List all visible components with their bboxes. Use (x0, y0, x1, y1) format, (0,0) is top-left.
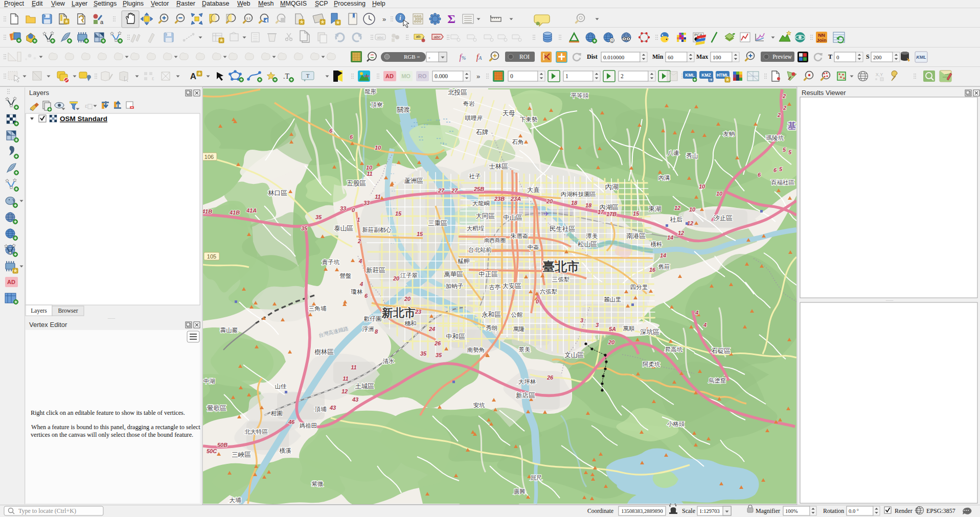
svg-text:社后: 社后 (670, 216, 683, 223)
svg-text:0.010000: 0.010000 (603, 54, 625, 60)
svg-text:26: 26 (546, 374, 554, 381)
svg-text:KMZ: KMZ (701, 73, 711, 78)
svg-text:Settings: Settings (94, 0, 117, 7)
svg-text:奇岩: 奇岩 (463, 101, 475, 107)
svg-text:KML: KML (685, 73, 694, 78)
svg-text:0.000: 0.000 (435, 73, 448, 79)
svg-text:大同區: 大同區 (475, 213, 495, 220)
svg-text:20: 20 (393, 275, 400, 281)
svg-text:2: 2 (782, 93, 786, 99)
svg-text:八連: 八連 (668, 150, 679, 156)
svg-text:安坑: 安坑 (473, 402, 486, 408)
svg-text:11: 11 (351, 364, 356, 370)
svg-text:10: 10 (716, 191, 723, 197)
svg-text:烏塗窟: 烏塗窟 (709, 378, 726, 384)
svg-text:唭哩岸: 唭哩岸 (465, 115, 483, 121)
svg-text:26: 26 (434, 340, 441, 346)
svg-text:4: 4 (695, 310, 698, 316)
svg-text:泰山區: 泰山區 (334, 225, 353, 232)
svg-text:Preview: Preview (772, 54, 792, 60)
svg-text:萬順: 萬順 (623, 325, 635, 332)
svg-text:27: 27 (438, 187, 445, 194)
svg-text:朱厝崙: 朱厝崙 (510, 233, 529, 239)
svg-text:山佳: 山佳 (275, 383, 287, 389)
svg-text:江子翠: 江子翠 (400, 272, 418, 278)
svg-text:8: 8 (375, 328, 378, 335)
svg-text:石角: 石角 (512, 139, 524, 145)
svg-text:大坪林: 大坪林 (518, 379, 536, 385)
svg-text:RO: RO (418, 73, 427, 79)
svg-text:43: 43 (329, 405, 336, 411)
svg-text:MO: MO (401, 73, 411, 79)
svg-text:頂寮: 頂寮 (371, 102, 383, 108)
svg-text:下東勢: 下東勢 (520, 116, 538, 123)
svg-text:Raster: Raster (176, 0, 195, 7)
svg-text:屈尺: 屈尺 (531, 475, 542, 481)
svg-text:6: 6 (758, 172, 761, 178)
svg-text:SCP: SCP (315, 0, 328, 7)
svg-text:清水: 清水 (383, 358, 395, 364)
svg-text:1: 1 (357, 217, 360, 223)
svg-text:41A: 41A (246, 207, 257, 214)
svg-text:5: 5 (779, 166, 783, 172)
svg-text:33: 33 (340, 205, 346, 212)
svg-text:18: 18 (585, 202, 592, 208)
svg-text:橫溪: 橫溪 (280, 448, 292, 454)
svg-text:浮洲: 浮洲 (362, 326, 374, 332)
svg-text:✈: ✈ (544, 210, 550, 218)
svg-text:歡仔園: 歡仔園 (364, 316, 382, 322)
svg-text:Max: Max (696, 53, 708, 60)
svg-text:四分里: 四分里 (630, 284, 648, 290)
svg-text:潭美: 潭美 (586, 233, 598, 239)
svg-text:12: 12 (678, 230, 684, 236)
svg-text:T: T (828, 53, 832, 60)
svg-text:公館: 公館 (511, 312, 523, 318)
svg-text:Coordinate: Coordinate (587, 508, 613, 514)
svg-text:RGB =: RGB = (404, 54, 420, 60)
svg-text:石牌: 石牌 (476, 129, 489, 136)
svg-text:加蚋子: 加蚋子 (446, 283, 464, 289)
svg-text:Render: Render (895, 507, 913, 514)
svg-text:石碇區: 石碇區 (711, 347, 731, 355)
svg-text:東湖: 東湖 (649, 205, 662, 213)
svg-text:Help: Help (372, 0, 385, 7)
svg-text:壽山巖: 壽山巖 (220, 327, 238, 333)
svg-text:12: 12 (341, 388, 348, 394)
svg-text:大埔: 大埔 (230, 497, 242, 503)
svg-text:大安區: 大安區 (502, 283, 521, 290)
svg-text:南港區: 南港區 (626, 232, 646, 240)
svg-text:16: 16 (649, 267, 656, 273)
svg-text:新莊區: 新莊區 (366, 267, 385, 274)
svg-text:ε: ε (85, 102, 88, 109)
svg-text:»: » (476, 73, 480, 80)
svg-text:社子: 社子 (469, 173, 481, 179)
svg-text:五股區: 五股區 (347, 180, 366, 187)
svg-text:When a feature is bound to thi: When a feature is bound to this panel, d… (31, 424, 200, 431)
svg-text:六張犁: 六張犁 (540, 289, 558, 295)
svg-text:新莊副都心: 新莊副都心 (362, 227, 392, 233)
svg-text:6: 6 (329, 128, 333, 134)
svg-text:平等頭: 平等頭 (571, 92, 589, 99)
svg-text:鶯歌區: 鶯歌區 (207, 405, 226, 412)
svg-text:24: 24 (428, 326, 435, 332)
svg-text:14: 14 (660, 252, 666, 258)
svg-text:AD: AD (385, 73, 394, 79)
svg-text:35: 35 (301, 225, 308, 231)
svg-text:23B: 23B (494, 196, 505, 202)
svg-text:頂埔: 頂埔 (315, 406, 327, 412)
svg-text:南勢角: 南勢角 (467, 347, 485, 353)
svg-text:abc: abc (377, 35, 384, 40)
svg-text:Layers: Layers (29, 89, 50, 97)
svg-text:2: 2 (357, 238, 361, 244)
svg-text:4: 4 (358, 258, 362, 264)
svg-text:10: 10 (699, 183, 705, 190)
svg-text:5: 5 (788, 149, 792, 155)
svg-text:41B: 41B (229, 209, 240, 216)
svg-text:中山區: 中山區 (503, 214, 522, 221)
svg-text:Processing: Processing (334, 0, 366, 7)
svg-text:3: 3 (580, 317, 583, 323)
svg-text:穗和: 穗和 (405, 320, 417, 326)
svg-text:Database: Database (202, 0, 230, 7)
svg-text:林口區: 林口區 (268, 190, 287, 197)
svg-text:深坑區: 深坑區 (640, 328, 659, 336)
